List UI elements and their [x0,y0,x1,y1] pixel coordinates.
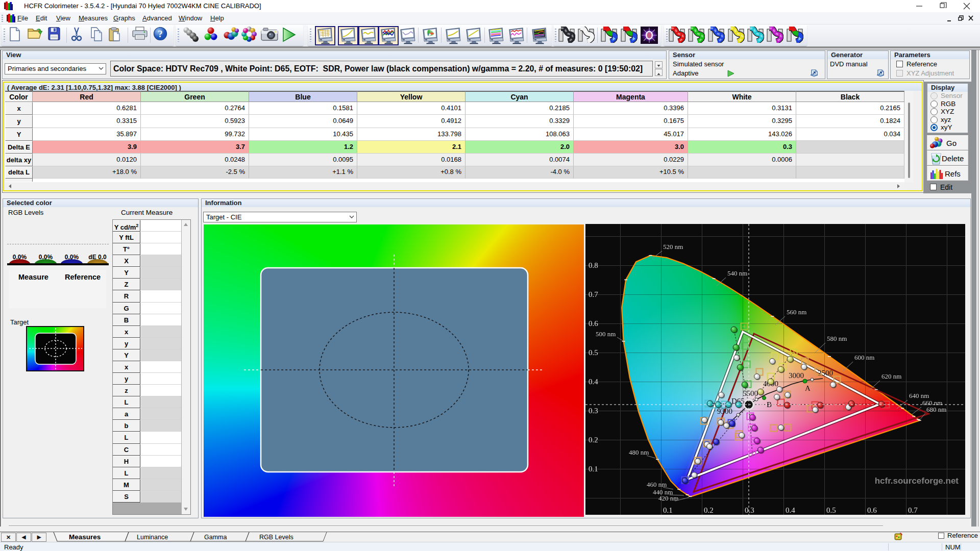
svg-text:?: ? [158,29,163,39]
